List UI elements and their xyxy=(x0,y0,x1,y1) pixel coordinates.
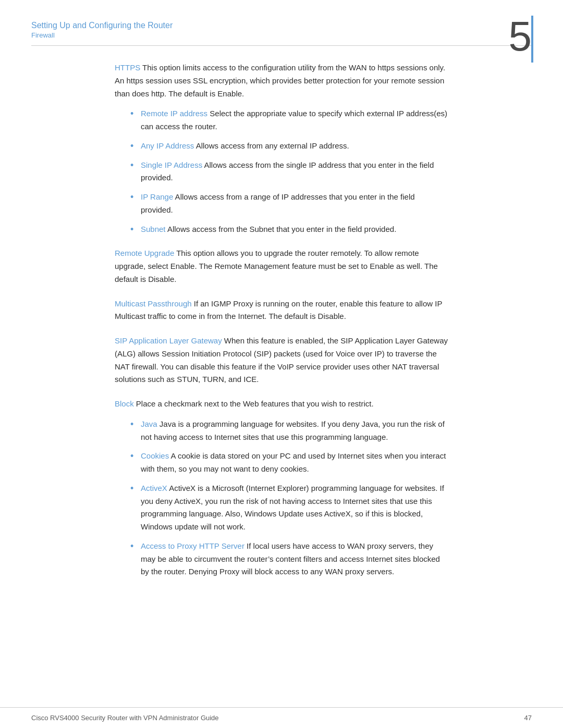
page-footer: Cisco RVS4000 Security Router with VPN A… xyxy=(0,707,563,728)
section-block-multicast-block: Multicast Passthrough If an IGMP Proxy i… xyxy=(115,298,448,324)
section-block-https-block: HTTPS This option limits access to the c… xyxy=(115,61,448,236)
list-item: Cookies A cookie is data stored on your … xyxy=(130,450,448,476)
bullet-term: Subnet xyxy=(141,225,166,233)
section-block-remote-upgrade-block: Remote Upgrade This option allows you to… xyxy=(115,247,448,286)
bullet-list-https-block: Remote IP address Select the appropriate… xyxy=(130,107,448,236)
section-paragraph-block-block: Block Place a checkmark next to the Web … xyxy=(115,398,448,411)
list-item: Java Java is a programming language for … xyxy=(130,418,448,444)
list-item: IP Range Allows access from a range of I… xyxy=(130,191,448,217)
section-term-multicast-block: Multicast Passthrough xyxy=(115,299,192,308)
bullet-term: Access to Proxy HTTP Server xyxy=(141,541,244,550)
bullet-term: Java xyxy=(141,419,157,428)
footer-right: 47 xyxy=(524,714,532,722)
footer-left: Cisco RVS4000 Security Router with VPN A… xyxy=(31,714,219,722)
chapter-number: 5 xyxy=(509,16,532,57)
section-term-remote-upgrade-block: Remote Upgrade xyxy=(115,249,174,257)
list-item: Remote IP address Select the appropriate… xyxy=(130,107,448,133)
section-block-sip-block: SIP Application Layer Gateway When this … xyxy=(115,335,448,386)
bullet-term: ActiveX xyxy=(141,484,167,492)
main-content: HTTPS This option limits access to the c… xyxy=(0,46,563,606)
bullet-term: Cookies xyxy=(141,451,169,460)
list-item: Any IP Address Allows access from any ex… xyxy=(130,140,448,153)
chapter-title: Setting Up and Configuring the Router xyxy=(31,21,532,30)
section-block-block-block: Block Place a checkmark next to the Web … xyxy=(115,398,448,578)
section-term-block-block: Block xyxy=(115,399,134,408)
bullet-term: Remote IP address xyxy=(141,109,207,118)
bullet-term: IP Range xyxy=(141,192,173,201)
section-paragraph-https-block: HTTPS This option limits access to the c… xyxy=(115,61,448,100)
page-header: 5 Setting Up and Configuring the Router … xyxy=(0,0,563,39)
bullet-term: Single IP Address xyxy=(141,161,202,169)
bullet-list-block-block: Java Java is a programming language for … xyxy=(130,418,448,578)
page-container: 5 Setting Up and Configuring the Router … xyxy=(0,0,563,728)
list-item: Access to Proxy HTTP Server If local use… xyxy=(130,540,448,578)
list-item: Subnet Allows access from the Subnet tha… xyxy=(130,223,448,236)
section-term-sip-block: SIP Application Layer Gateway xyxy=(115,336,222,345)
section-paragraph-remote-upgrade-block: Remote Upgrade This option allows you to… xyxy=(115,247,448,286)
section-term-https-block: HTTPS xyxy=(115,63,140,72)
section-paragraph-sip-block: SIP Application Layer Gateway When this … xyxy=(115,335,448,386)
list-item: ActiveX ActiveX is a Microsoft (Internet… xyxy=(130,482,448,534)
bullet-term: Any IP Address xyxy=(141,141,194,150)
chapter-subtitle: Firewall xyxy=(31,31,532,39)
list-item: Single IP Address Allows access from the… xyxy=(130,159,448,185)
section-paragraph-multicast-block: Multicast Passthrough If an IGMP Proxy i… xyxy=(115,298,448,324)
